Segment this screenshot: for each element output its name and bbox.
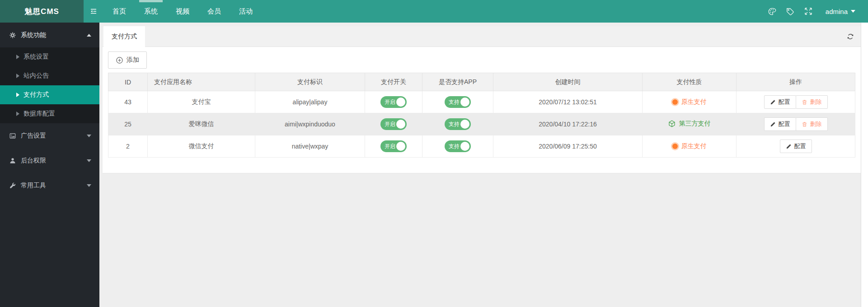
nav-item-system[interactable]: 系统 <box>135 0 167 23</box>
user-menu[interactable]: admina <box>826 8 855 15</box>
sidebar-item-system-settings[interactable]: 系统设置 <box>0 47 99 66</box>
wrench-icon <box>9 182 16 189</box>
sidebar-item-site-announcement[interactable]: 站内公告 <box>0 66 99 85</box>
panel-body: 添加 ID 支付应用名称 支付标识 支付开关 是否支持APP 创建时间 支付性质 <box>103 47 861 173</box>
main-content: 支付方式 添加 <box>99 23 868 307</box>
pencil-icon <box>770 99 776 105</box>
sidebar-collapse-button[interactable] <box>84 0 103 23</box>
tab-payment-methods[interactable]: 支付方式 <box>103 26 145 47</box>
triangle-right-icon <box>16 74 19 78</box>
cell-identifier: alipay|alipay <box>255 91 365 113</box>
table-row: 25 爱咪微信 aimi|wxpinduoduo 开启 支持 2020/04/1… <box>108 113 855 135</box>
payment-nature: 原生支付 <box>672 142 707 150</box>
sidebar-group-admin-permissions[interactable]: 后台权限 <box>0 148 99 173</box>
nav-item-activity[interactable]: 活动 <box>230 0 262 23</box>
nav-item-member[interactable]: 会员 <box>198 0 230 23</box>
toggle-knob <box>396 142 405 151</box>
toggle-label: 开启 <box>385 143 395 150</box>
header-app-support: 是否支持APP <box>422 73 493 91</box>
sidebar-group-label: 后台权限 <box>21 157 82 165</box>
cell-app-name: 支付宝 <box>148 91 255 113</box>
configure-button[interactable]: 配置 <box>780 140 812 153</box>
cell-app-name: 爱咪微信 <box>148 113 255 135</box>
sidebar-group-system-functions[interactable]: 系统功能 <box>0 23 99 47</box>
topbar: 魅思CMS 首页 系统 视频 会员 活动 <box>0 0 868 23</box>
header-app-name: 支付应用名称 <box>148 73 255 91</box>
toggle-label: 支持 <box>449 121 460 128</box>
content-scrollbar[interactable] <box>861 23 868 307</box>
sidebar-item-label: 站内公告 <box>23 72 49 80</box>
sidebar-submenu-system: 系统设置 站内公告 支付方式 数据库配置 <box>0 47 99 123</box>
payment-nature: 第三方支付 <box>668 120 711 128</box>
refresh-button[interactable] <box>846 33 854 41</box>
add-button-label: 添加 <box>127 56 139 64</box>
table-row: 2 微信支付 native|wxpay 开启 支持 2020/06/09 17:… <box>108 135 855 158</box>
triangle-right-icon <box>16 112 19 116</box>
delete-button[interactable]: 删除 <box>796 117 828 131</box>
fullscreen-button[interactable] <box>799 7 817 15</box>
nature-label: 原生支付 <box>681 98 707 106</box>
refresh-icon <box>846 33 854 41</box>
app-support-toggle[interactable]: 支持 <box>445 118 471 130</box>
pencil-icon <box>786 144 792 149</box>
cell-identifier: native|wxpay <box>255 135 365 158</box>
toggle-knob <box>460 142 469 151</box>
app-support-toggle[interactable]: 支持 <box>445 96 471 108</box>
configure-button[interactable]: 配置 <box>764 95 796 109</box>
header-id: ID <box>108 73 148 91</box>
tag-icon <box>786 7 794 16</box>
action-buttons: 配置 <box>780 140 812 153</box>
triangle-right-icon <box>16 93 19 97</box>
cell-id: 25 <box>108 113 148 135</box>
header-nature: 支付性质 <box>643 73 737 91</box>
cell-created-time: 2020/04/10 17:22:16 <box>493 113 643 135</box>
header-identifier: 支付标识 <box>255 73 365 91</box>
sidebar-item-label: 数据库配置 <box>23 110 55 118</box>
sidebar-item-label: 支付方式 <box>23 91 49 99</box>
cell-created-time: 2020/07/12 13:02:51 <box>493 91 643 113</box>
nav-label: 系统 <box>144 7 158 16</box>
nav-label: 活动 <box>239 7 253 16</box>
sidebar-group-ad-settings[interactable]: 广告设置 <box>0 123 99 148</box>
trash-icon <box>802 121 807 127</box>
toggle-label: 开启 <box>385 121 395 128</box>
nav-item-video[interactable]: 视频 <box>167 0 198 23</box>
cell-id: 43 <box>108 91 148 113</box>
sidebar-item-payment-methods[interactable]: 支付方式 <box>0 85 99 104</box>
table-row: 43 支付宝 alipay|alipay 开启 支持 2020/07/12 13… <box>108 91 855 113</box>
cell-created-time: 2020/06/09 17:25:50 <box>493 135 643 158</box>
image-icon <box>9 132 16 140</box>
payment-switch-toggle[interactable]: 开启 <box>380 140 407 152</box>
add-button[interactable]: 添加 <box>108 51 147 69</box>
tab-label: 支付方式 <box>112 33 137 41</box>
palette-icon <box>768 7 776 16</box>
sidebar-group-label: 系统功能 <box>21 31 82 39</box>
payment-methods-table: ID 支付应用名称 支付标识 支付开关 是否支持APP 创建时间 支付性质 操作… <box>108 73 855 158</box>
tab-bar: 支付方式 <box>103 26 861 47</box>
gear-icon <box>9 32 16 39</box>
action-buttons: 配置 删除 <box>764 95 828 109</box>
sidebar-group-common-tools[interactable]: 常用工具 <box>0 173 99 198</box>
chevron-down-icon <box>87 135 91 137</box>
delete-label: 删除 <box>810 98 822 106</box>
theme-button[interactable] <box>763 7 781 16</box>
tag-button[interactable] <box>781 7 799 16</box>
payment-switch-toggle[interactable]: 开启 <box>380 118 407 130</box>
payment-switch-toggle[interactable]: 开启 <box>380 96 407 108</box>
app-logo: 魅思CMS <box>0 0 84 23</box>
triangle-right-icon <box>16 55 19 59</box>
nav-item-home[interactable]: 首页 <box>103 0 135 23</box>
nav-label: 视频 <box>176 7 189 16</box>
action-buttons: 配置 删除 <box>764 117 828 131</box>
cell-id: 2 <box>108 135 148 158</box>
configure-button[interactable]: 配置 <box>764 117 796 131</box>
sidebar: 系统功能 系统设置 站内公告 支付方式 数据库配置 <box>0 23 99 307</box>
delete-button[interactable]: 删除 <box>796 95 828 109</box>
header-switch: 支付开关 <box>365 73 422 91</box>
app-support-toggle[interactable]: 支持 <box>445 140 471 152</box>
sidebar-item-database-config[interactable]: 数据库配置 <box>0 104 99 123</box>
pencil-icon <box>770 121 776 127</box>
toggle-knob <box>396 120 405 129</box>
toggle-label: 开启 <box>385 98 395 106</box>
configure-label: 配置 <box>779 120 790 128</box>
